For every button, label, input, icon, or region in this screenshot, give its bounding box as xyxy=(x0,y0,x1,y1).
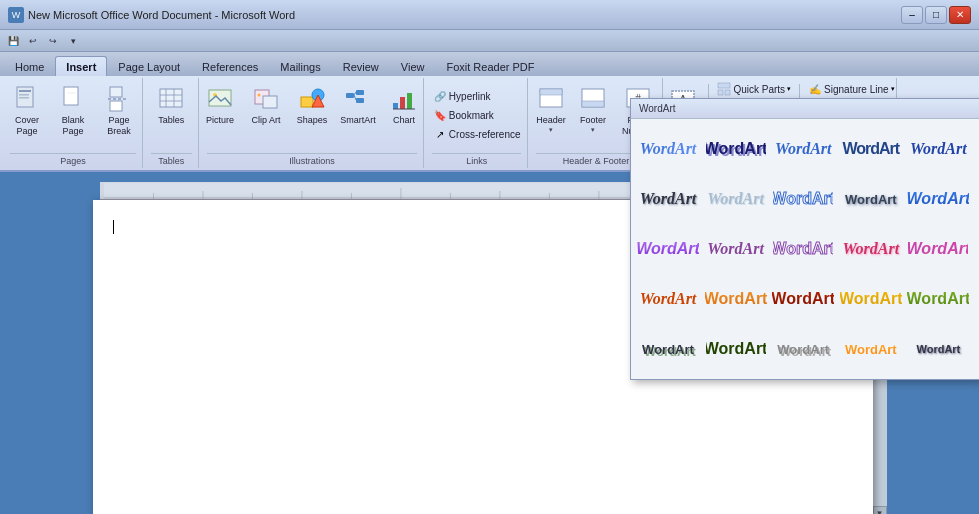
quickparts-icon xyxy=(717,82,731,96)
svg-rect-29 xyxy=(407,93,412,109)
wordart-item-19[interactable]: WordArt xyxy=(840,275,902,323)
header-button[interactable]: Header ▾ xyxy=(531,80,571,137)
svg-rect-28 xyxy=(400,97,405,109)
svg-rect-14 xyxy=(209,90,231,106)
wordart-item-12[interactable]: WordArt xyxy=(705,225,767,273)
blank-page-button[interactable]: Blank Page xyxy=(51,80,95,140)
wordart-item-23[interactable]: WordArt xyxy=(772,325,834,373)
wordart-item-3[interactable]: WordArt xyxy=(772,125,834,173)
bookmark-label: Bookmark xyxy=(449,110,494,121)
save-quick-button[interactable]: 💾 xyxy=(4,33,22,49)
quick-access-dropdown[interactable]: ▾ xyxy=(64,33,82,49)
quick-access-toolbar: 💾 ↩ ↪ ▾ xyxy=(0,30,979,52)
text-cursor xyxy=(113,220,114,234)
svg-rect-19 xyxy=(301,97,313,107)
undo-button[interactable]: ↩ xyxy=(24,33,42,49)
svg-line-25 xyxy=(354,92,356,95)
page-break-button[interactable]: Page Break xyxy=(97,80,141,140)
quickparts-label: Quick Parts xyxy=(733,84,785,95)
clip-art-button[interactable]: Clip Art xyxy=(244,80,288,129)
wordart-item-13[interactable]: WordArt xyxy=(772,225,834,273)
tab-references[interactable]: References xyxy=(191,56,269,76)
cover-page-icon xyxy=(11,83,43,115)
wordart-item-2[interactable]: WordArt xyxy=(705,125,767,173)
svg-rect-17 xyxy=(263,96,277,108)
wordart-item-16[interactable]: WordArt xyxy=(637,275,699,323)
minimize-button[interactable]: – xyxy=(901,6,923,24)
wordart-item-17[interactable]: WordArt xyxy=(705,275,767,323)
wordart-item-1[interactable]: WordArt xyxy=(637,125,699,173)
tab-foxit[interactable]: Foxit Reader PDF xyxy=(435,56,545,76)
wordart-item-5[interactable]: WordArt xyxy=(907,125,969,173)
svg-rect-40 xyxy=(718,90,723,95)
svg-rect-22 xyxy=(346,93,354,98)
svg-rect-23 xyxy=(356,90,364,95)
svg-rect-4 xyxy=(64,87,78,105)
wordart-item-4[interactable]: WordArt xyxy=(840,125,902,173)
wordart-item-9[interactable]: WordArt xyxy=(840,175,902,223)
shapes-button[interactable]: Shapes xyxy=(290,80,334,129)
crossref-label: Cross-reference xyxy=(449,129,521,140)
wordart-item-24[interactable]: WordArt xyxy=(840,325,902,373)
smartart-button[interactable]: SmartArt xyxy=(336,80,380,129)
svg-rect-41 xyxy=(725,90,730,95)
maximize-button[interactable]: □ xyxy=(925,6,947,24)
table-icon xyxy=(155,83,187,115)
tab-page-layout[interactable]: Page Layout xyxy=(107,56,191,76)
picture-icon xyxy=(204,83,236,115)
tab-view[interactable]: View xyxy=(390,56,436,76)
footer-icon xyxy=(577,83,609,115)
wordart-item-8[interactable]: WordArt xyxy=(772,175,834,223)
chart-button[interactable]: Chart xyxy=(382,80,426,129)
ribbon-tabs: Home Insert Page Layout References Maili… xyxy=(0,52,979,76)
close-button[interactable]: ✕ xyxy=(949,6,971,24)
quickparts-button[interactable]: Quick Parts ▾ xyxy=(713,80,795,98)
crossref-button[interactable]: ↗ Cross-reference xyxy=(429,126,525,144)
svg-rect-6 xyxy=(110,87,122,97)
bookmark-button[interactable]: 🔖 Bookmark xyxy=(429,107,525,125)
picture-label: Picture xyxy=(206,115,234,126)
svg-rect-32 xyxy=(540,89,562,95)
wordart-item-15[interactable]: WordArt xyxy=(907,225,969,273)
tab-review[interactable]: Review xyxy=(332,56,390,76)
header-label: Header xyxy=(536,115,566,126)
wordart-item-6[interactable]: WordArt xyxy=(637,175,699,223)
wordart-item-22[interactable]: WordArt xyxy=(705,325,767,373)
tab-mailings[interactable]: Mailings xyxy=(269,56,331,76)
svg-rect-34 xyxy=(582,101,604,107)
clip-art-label: Clip Art xyxy=(251,115,280,126)
svg-line-26 xyxy=(354,95,356,100)
hyperlink-button[interactable]: 🔗 Hyperlink xyxy=(429,88,525,106)
cover-page-button[interactable]: Cover Page xyxy=(5,80,49,140)
redo-button[interactable]: ↪ xyxy=(44,33,62,49)
wordart-panel: WordArt WordArtWordArtWordArtWordArtWord… xyxy=(630,98,979,380)
wordart-item-21[interactable]: WordArt xyxy=(637,325,699,373)
ribbon-group-illustrations: Picture Clip Art Shapes SmartArt xyxy=(201,78,425,168)
smartart-icon xyxy=(342,83,374,115)
footer-button[interactable]: Footer ▾ xyxy=(573,80,613,137)
chart-icon xyxy=(388,83,420,115)
tab-insert[interactable]: Insert xyxy=(55,56,107,76)
shapes-icon xyxy=(296,83,328,115)
hyperlink-icon: 🔗 xyxy=(433,90,447,104)
wordart-item-11[interactable]: WordArt xyxy=(637,225,699,273)
wordart-item-7[interactable]: WordArt xyxy=(705,175,767,223)
tab-home[interactable]: Home xyxy=(4,56,55,76)
ribbon-group-tables: Tables Tables xyxy=(145,78,199,168)
svg-rect-1 xyxy=(19,90,31,92)
clip-art-icon xyxy=(250,83,282,115)
app-icon: W xyxy=(8,7,24,23)
signature-button[interactable]: ✍ Signature Line ▾ xyxy=(804,80,899,98)
bookmark-icon: 🔖 xyxy=(433,109,447,123)
table-button[interactable]: Tables xyxy=(149,80,193,129)
wordart-item-14[interactable]: WordArt xyxy=(840,225,902,273)
wordart-item-25[interactable]: WordArt xyxy=(907,325,969,373)
links-group-label: Links xyxy=(432,153,521,166)
picture-button[interactable]: Picture xyxy=(198,80,242,129)
footer-label: Footer xyxy=(580,115,606,126)
wordart-item-20[interactable]: WordArt xyxy=(907,275,969,323)
wordart-item-18[interactable]: WordArt xyxy=(772,275,834,323)
wordart-item-10[interactable]: WordArt xyxy=(907,175,969,223)
scroll-down-button[interactable]: ▼ xyxy=(873,506,887,514)
window-title: New Microsoft Office Word Document - Mic… xyxy=(28,9,295,21)
